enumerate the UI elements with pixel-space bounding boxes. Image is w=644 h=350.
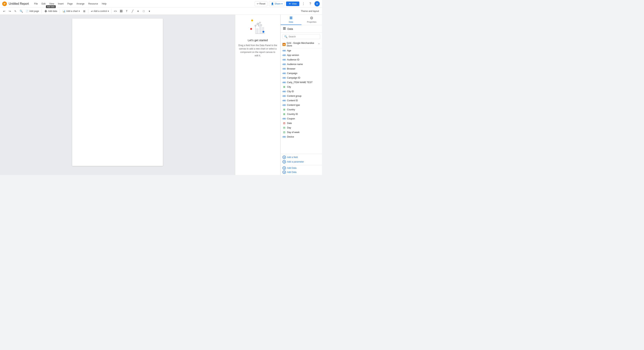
- add-data-label-1: Add Data: [287, 167, 296, 169]
- chart-icon: 📊: [62, 10, 66, 12]
- theme-layout-button[interactable]: Theme and layout: [299, 9, 320, 13]
- svg-rect-32: [284, 123, 285, 124]
- field-item-country-id[interactable]: Country ID: [280, 112, 322, 116]
- field-item-browser[interactable]: ABC Browser: [280, 66, 322, 71]
- field-icon-abc: ABC: [283, 104, 286, 106]
- field-item-age[interactable]: ABC Age: [280, 48, 322, 53]
- tab-properties-label: Properties: [307, 21, 316, 23]
- image-button[interactable]: 🖼: [118, 8, 124, 14]
- add-data-tooltip: Add data: [46, 5, 56, 8]
- control-chevron-icon: ▾: [108, 10, 109, 12]
- undo-button[interactable]: ↩: [2, 8, 7, 14]
- add-data-icon-2: +: [282, 170, 286, 174]
- tab-properties[interactable]: Properties: [302, 15, 322, 25]
- add-parameter-label: Add a parameter: [287, 160, 304, 163]
- field-item-carly-item[interactable]: ABC Carly_ITEM NAME TEST: [280, 80, 322, 85]
- toolbar-divider-1: [42, 9, 42, 14]
- illustration: [248, 18, 267, 36]
- field-name-device: Device: [287, 136, 294, 138]
- field-item-coupon[interactable]: ABC Coupon: [280, 116, 322, 121]
- menu-help[interactable]: Help: [100, 2, 108, 6]
- field-item-city[interactable]: City: [280, 85, 322, 89]
- avatar[interactable]: U: [314, 1, 320, 6]
- svg-rect-18: [290, 17, 292, 17]
- add-parameter-action[interactable]: + Add a parameter: [282, 160, 320, 164]
- field-item-content-group[interactable]: ABC Content group: [280, 94, 322, 98]
- toolbar-divider-4: [112, 9, 112, 14]
- add-page-button[interactable]: 📄 Add page: [24, 9, 40, 13]
- add-data-button[interactable]: ➕ Add data Add data: [43, 9, 58, 13]
- field-name-content-group: Content group: [287, 95, 302, 97]
- field-item-app-version[interactable]: ABC App version: [280, 53, 322, 58]
- field-item-city-id[interactable]: ABC City ID: [280, 89, 322, 94]
- field-item-content-type[interactable]: ABC Content type: [280, 103, 322, 107]
- help-button[interactable]: ?: [308, 1, 313, 6]
- select-tool-button[interactable]: ↖: [13, 8, 18, 14]
- field-icon-abc: ABC: [283, 76, 286, 79]
- control-icon: ⇌: [91, 10, 93, 12]
- search-input[interactable]: [288, 35, 318, 38]
- community-viz-button[interactable]: ⊞: [82, 8, 87, 14]
- shape-button[interactable]: □: [141, 8, 146, 14]
- data-source-row[interactable]: GA4 - Google Merchandise Store ⌃: [280, 41, 322, 48]
- svg-point-5: [262, 31, 264, 33]
- svg-rect-1: [256, 28, 258, 34]
- menu-insert[interactable]: Insert: [56, 2, 65, 6]
- svg-point-4: [251, 20, 253, 21]
- field-item-campaign[interactable]: ABC Campaign: [280, 71, 322, 76]
- title-bar-actions: ↩ Reset 👤 Share ▾ 👁 View ⋮ ? U: [255, 1, 320, 6]
- tab-data[interactable]: Data: [280, 15, 302, 25]
- svg-point-21: [311, 18, 312, 18]
- add-control-button[interactable]: ⇌ Add a control ▾: [90, 9, 110, 13]
- field-item-content-id[interactable]: ABC Content ID: [280, 98, 322, 103]
- field-icon-abc: ABC: [283, 72, 286, 75]
- reset-button[interactable]: ↩ Reset: [255, 1, 268, 6]
- svg-rect-36: [284, 127, 285, 128]
- chart-chevron-icon: ▾: [78, 10, 80, 12]
- redo-button[interactable]: ↪: [7, 8, 12, 14]
- textbox-button[interactable]: T: [124, 8, 130, 14]
- menu-file[interactable]: File: [33, 2, 39, 6]
- field-name-browser: Browser: [287, 68, 295, 70]
- field-icon-abc: ABC: [283, 63, 286, 66]
- field-item-date[interactable]: Date: [280, 121, 322, 126]
- canvas-page[interactable]: [72, 18, 163, 166]
- view-button[interactable]: 👁 View: [286, 2, 299, 6]
- field-name-app-version: App version: [287, 54, 299, 56]
- share-button[interactable]: 👤 Share ▾: [269, 1, 284, 6]
- add-chart-button[interactable]: 📊 Add a chart ▾: [61, 9, 81, 13]
- lets-get-started-title: Let's get started: [248, 38, 268, 42]
- menu-page[interactable]: Page: [66, 2, 74, 6]
- field-name-coupon: Coupon: [287, 117, 295, 120]
- field-item-day[interactable]: Day: [280, 126, 322, 130]
- field-item-audience-name[interactable]: ABC Audience name: [280, 62, 322, 66]
- field-name-content-type: Content type: [287, 104, 300, 106]
- line-button[interactable]: ╱: [130, 8, 135, 14]
- canvas-area[interactable]: [0, 15, 235, 175]
- field-item-day-of-week[interactable]: Day of week: [280, 130, 322, 134]
- svg-point-6: [250, 28, 252, 30]
- data-source-expand-icon[interactable]: ⌃: [318, 43, 320, 46]
- field-item-campaign-id[interactable]: ABC Campaign ID: [280, 76, 322, 80]
- add-data-label-2: Add Data: [287, 171, 296, 174]
- menu-arrange[interactable]: Arrange: [75, 2, 86, 6]
- field-icon-abc: ABC: [283, 117, 286, 120]
- add-data-action-1[interactable]: + Add Data: [282, 166, 320, 170]
- field-item-device[interactable]: ABC Device: [280, 134, 322, 139]
- field-name-city-id: City ID: [287, 90, 294, 93]
- menu-resource[interactable]: Resource: [87, 2, 100, 6]
- svg-point-29: [284, 109, 284, 110]
- add-data-action-2[interactable]: + Add Data: [282, 170, 320, 174]
- search-box[interactable]: 🔍: [282, 34, 320, 39]
- field-item-audience-id[interactable]: ABC Audience ID: [280, 58, 322, 62]
- shape-options-button[interactable]: ▾: [147, 8, 152, 14]
- data-panel-title: Data: [288, 28, 293, 30]
- add-field-action[interactable]: + Add a field: [282, 156, 320, 159]
- line-options-button[interactable]: ▾: [136, 8, 141, 14]
- field-item-country[interactable]: Country: [280, 107, 322, 112]
- zoom-button[interactable]: 🔍: [18, 8, 24, 14]
- share-chevron-icon: ▾: [281, 2, 282, 5]
- field-name-country-id: Country ID: [287, 113, 298, 116]
- more-options-button[interactable]: ⋮: [301, 1, 306, 6]
- code-button[interactable]: <>: [113, 8, 118, 14]
